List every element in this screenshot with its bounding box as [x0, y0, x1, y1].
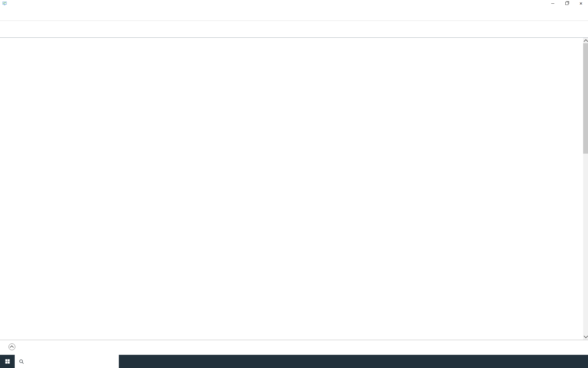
restore-button[interactable] [560, 0, 574, 7]
scrollbar-thumb[interactable] [583, 43, 588, 154]
scrollbar-up-icon[interactable] [584, 39, 588, 44]
close-icon: ✕ [579, 2, 583, 6]
process-table [0, 38, 588, 339]
search-input[interactable] [27, 358, 117, 364]
menu-bar [0, 7, 588, 13]
minimize-button[interactable] [546, 0, 560, 7]
title-bar: ✕ [0, 0, 588, 7]
column-header-row [0, 21, 588, 38]
tab-strip [0, 13, 588, 21]
chevron-up-circle-icon [9, 343, 15, 350]
windows-logo-icon [5, 358, 10, 364]
close-button[interactable]: ✕ [574, 0, 588, 7]
taskbar-search[interactable] [15, 355, 119, 368]
restore-icon [565, 2, 568, 5]
taskbar [0, 355, 588, 368]
scrollbar-down-icon[interactable] [584, 334, 588, 338]
less-info-toggle[interactable] [9, 343, 19, 350]
start-button[interactable] [0, 355, 15, 368]
app-icon [2, 1, 7, 6]
minimize-icon [551, 3, 554, 4]
footer-bar [0, 340, 588, 355]
search-icon [19, 359, 24, 364]
vertical-scrollbar[interactable] [583, 38, 588, 340]
